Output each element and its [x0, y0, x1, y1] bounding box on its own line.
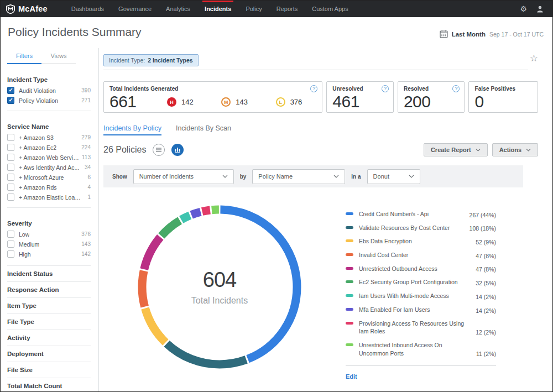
legend-item[interactable]: Unrestricted Inbound Access On Uncommon …	[346, 338, 496, 360]
filters-sidebar: Filters Views Incident Type Audit Violat…	[1, 48, 99, 391]
severity-badge: H 142	[167, 97, 194, 107]
checkbox[interactable]	[7, 154, 14, 161]
nav-item-custom-apps[interactable]: Custom Apps	[305, 1, 355, 17]
edit-link[interactable]: Edit	[346, 373, 357, 380]
gear-icon[interactable]: ⚙	[520, 5, 527, 13]
checkbox[interactable]	[7, 174, 14, 181]
nav-item-incidents[interactable]: Incidents	[197, 1, 238, 17]
filter-checkbox-row[interactable]: Medium 143	[7, 241, 91, 248]
legend-swatch	[346, 212, 353, 215]
legend-item[interactable]: Mfa Enabled For Iam Users 14 (2%)	[346, 303, 496, 317]
chart-type-select[interactable]: Donut	[367, 169, 420, 184]
incident-type-filter-chip[interactable]: Incident Type: 2 Incident Types	[103, 54, 199, 66]
bar-chart-icon	[175, 147, 181, 153]
navbar-right: ⚙	[520, 1, 552, 17]
collapsed-section-file-size[interactable]: File Size	[1, 362, 98, 378]
date-range-picker[interactable]: Last Month Sep 17 - Oct 17 UTC	[440, 30, 544, 38]
nav-item-analytics[interactable]: Analytics	[159, 1, 197, 17]
collapsed-section-response-action[interactable]: Response Action	[1, 282, 98, 297]
tab-incidents-by-policy[interactable]: Incidents By Policy	[103, 124, 161, 135]
legend-swatch	[346, 343, 353, 346]
section-title: Activity	[7, 334, 30, 341]
legend-value: 14 (2%)	[476, 294, 496, 300]
help-icon[interactable]: ?	[382, 85, 389, 92]
card-title: Unresolved	[332, 86, 388, 92]
legend-label: Unrestricted Outbound Access	[359, 265, 476, 273]
user-icon[interactable]	[536, 6, 544, 13]
nav-item-dashboards[interactable]: Dashboards	[64, 1, 111, 17]
list-view-toggle[interactable]	[153, 144, 165, 156]
tab-filters[interactable]: Filters	[7, 53, 41, 64]
show-select[interactable]: Number of Incidents	[133, 169, 234, 184]
calendar-icon	[440, 30, 448, 38]
checkbox[interactable]	[7, 134, 14, 141]
by-select[interactable]: Policy Name	[252, 169, 345, 184]
collapsed-section-activity[interactable]: Activity	[1, 330, 98, 346]
nav-item-reports[interactable]: Reports	[269, 1, 305, 17]
help-icon[interactable]: ?	[310, 85, 317, 92]
checkbox[interactable]	[7, 231, 14, 238]
filter-checkbox-row[interactable]: Low 376	[7, 231, 91, 238]
legend-item[interactable]: Ebs Data Encryption 52 (9%)	[346, 234, 496, 248]
legend-item[interactable]: Provisioning Access To Resources Using I…	[346, 317, 496, 338]
card-title: Resolved	[404, 86, 459, 92]
filter-checkbox-row[interactable]: High 142	[7, 250, 91, 258]
collapsed-section-deployment[interactable]: Deployment	[1, 346, 98, 362]
by-label: by	[240, 174, 247, 180]
filter-checkbox-row[interactable]: + Amazon Web Services 113	[7, 154, 91, 161]
legend-item[interactable]: Unrestricted Outbound Access 47 (8%)	[346, 262, 496, 276]
card-value: 200	[404, 93, 459, 111]
legend-item[interactable]: Ec2 Security Group Port Configuration 32…	[346, 275, 496, 289]
checkbox[interactable]	[7, 164, 14, 171]
tab-views[interactable]: Views	[41, 53, 76, 64]
nav-item-governance[interactable]: Governance	[111, 1, 159, 17]
legend-item[interactable]: Credit Card Number/s - Api 267 (44%)	[346, 207, 496, 221]
chevron-down-icon	[222, 175, 228, 178]
filter-checkbox-row[interactable]: + Amazon Rds 4	[7, 184, 91, 191]
collapsed-section-item-type[interactable]: Item Type	[1, 298, 98, 313]
filter-label: Audit Violation	[19, 87, 56, 94]
collapsed-section-incident-status[interactable]: Incident Status	[1, 266, 98, 281]
checkbox[interactable]	[7, 194, 14, 201]
mcafee-logo[interactable]: McAfee	[1, 1, 55, 17]
collapsed-section-total-match-count[interactable]: Total Match Count	[1, 378, 98, 391]
actions-button[interactable]: Actions	[492, 143, 538, 156]
tab-incidents-by-scan[interactable]: Incidents By Scan	[176, 124, 231, 135]
chart-view-toggle[interactable]	[171, 144, 184, 156]
help-icon[interactable]: ?	[452, 85, 460, 92]
filter-label: High	[19, 251, 31, 258]
checkbox[interactable]	[7, 144, 14, 151]
show-select-value: Number of Incidents	[139, 173, 194, 180]
checkbox[interactable]	[7, 97, 14, 104]
checkbox[interactable]	[7, 241, 14, 248]
nav-item-policy[interactable]: Policy	[238, 1, 269, 17]
severity-badge-count: 376	[290, 98, 302, 106]
filter-checkbox-row[interactable]: + Amazon Ec2 224	[7, 144, 91, 151]
checkbox[interactable]	[7, 87, 14, 94]
favorite-star-icon[interactable]: ☆	[530, 54, 538, 63]
filter-label: + Microsoft Azure	[19, 174, 64, 181]
donut-chart[interactable]: 604 Total Incidents	[134, 202, 305, 372]
filter-count: 4	[87, 184, 91, 190]
collapsed-sections: Incident Status Response Action Item Typ…	[1, 265, 98, 391]
filter-checkbox-row[interactable]: Policy Violation 271	[7, 97, 91, 104]
create-report-label: Create Report	[431, 147, 471, 153]
legend-item[interactable]: Validate Resources By Cost Center 108 (1…	[346, 221, 496, 235]
legend-item[interactable]: Iam Users With Multi-mode Access 14 (2%)	[346, 289, 496, 303]
card-total-incidents: Total Incidents Generated ? 661 H 142 M …	[103, 81, 322, 113]
filter-label: + Amazon Elastic Load...	[19, 194, 81, 201]
checkbox[interactable]	[7, 184, 14, 191]
create-report-button[interactable]: Create Report	[424, 143, 488, 156]
filter-checkbox-row[interactable]: + Amazon S3 279	[7, 134, 91, 141]
legend-item[interactable]: Invalid Cost Center 47 (8%)	[346, 248, 496, 262]
legend-label: Iam Users With Multi-mode Access	[359, 292, 476, 300]
checkbox[interactable]	[7, 250, 14, 258]
service-name-list: + Amazon S3 279 + Amazon Ec2 224 + Amazo…	[7, 134, 91, 201]
filter-label: Low	[19, 231, 29, 238]
filter-checkbox-row[interactable]: Audit Violation 390	[7, 87, 91, 94]
filter-checkbox-row[interactable]: + Microsoft Azure 6	[7, 174, 91, 181]
filter-checkbox-row[interactable]: + Amazon Elastic Load... 1	[7, 194, 91, 201]
filter-checkbox-row[interactable]: + Aws Identity And Ac... 34	[7, 164, 91, 171]
filter-count: 113	[82, 154, 91, 160]
collapsed-section-file-type[interactable]: File Type	[1, 314, 98, 330]
